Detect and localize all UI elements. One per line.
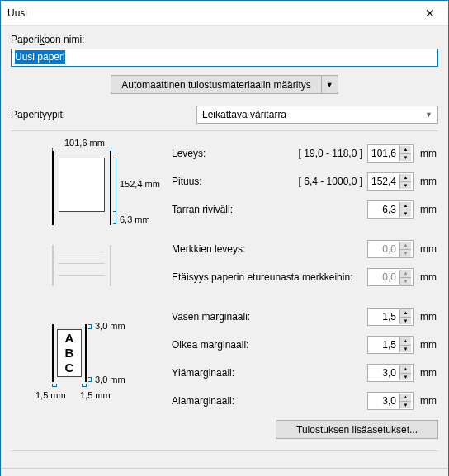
width-input[interactable]: 101,6▲▼ — [367, 144, 414, 163]
label-spacing-input[interactable]: 6,3▲▼ — [367, 200, 414, 219]
top-margin-row: Ylämarginaali: 3,0▲▼ mm — [172, 359, 438, 387]
spin-down-icon[interactable]: ▼ — [399, 210, 411, 217]
left-margin-input[interactable]: 1,5▲▼ — [367, 308, 414, 326]
spin-down-icon[interactable]: ▼ — [399, 317, 411, 324]
paper-type-label: Paperityypit: — [11, 109, 196, 120]
spin-down-icon: ▼ — [399, 277, 411, 285]
right-margin-input[interactable]: 1,5▲▼ — [367, 336, 414, 354]
mark-distance-unit: mm — [414, 271, 438, 283]
diagram-right-margin-label: 1,5 mm — [80, 390, 111, 400]
length-row: Pituus: [ 6,4 - 1000,0 ] 152,4▲▼ mm — [172, 167, 438, 196]
spin-up-icon[interactable]: ▲ — [399, 146, 411, 153]
marks-diagram — [35, 245, 172, 295]
label-spacing-unit: mm — [414, 204, 438, 215]
diagram-height-label: 152,4 mm — [120, 179, 160, 189]
length-label: Pituus: — [172, 176, 299, 187]
auto-material-dropdown[interactable]: ▼ — [322, 75, 338, 94]
length-unit: mm — [414, 176, 438, 187]
paper-diagram: 101,6 mm 152,4 mm 6,3 mm — [35, 139, 172, 230]
mark-distance-label: Etäisyys paperin etureunasta merkkeihin: — [172, 271, 367, 283]
length-input[interactable]: 152,4▲▼ — [367, 172, 414, 191]
paper-name-input[interactable]: Uusi paperi — [11, 49, 438, 67]
bottom-margin-row: Alamarginaali: 3,0▲▼ mm — [172, 387, 438, 415]
paper-type-select[interactable]: Leikattava väritarra ▼ — [196, 106, 438, 124]
chevron-down-icon: ▼ — [425, 111, 432, 119]
width-unit: mm — [414, 148, 438, 159]
spin-up-icon[interactable]: ▲ — [399, 202, 411, 210]
close-button[interactable]: ✕ — [411, 1, 448, 26]
width-range: [ 19,0 - 118,0 ] — [299, 148, 362, 159]
spin-down-icon[interactable]: ▼ — [399, 181, 411, 189]
paper-type-row: Paperityypit: Leikattava väritarra ▼ — [11, 106, 438, 124]
spin-up-icon[interactable]: ▲ — [399, 174, 411, 181]
spin-up-icon[interactable]: ▲ — [399, 309, 411, 317]
left-margin-unit: mm — [414, 311, 438, 323]
label-spacing-label: Tarran riviväli: — [172, 204, 367, 215]
dialog-window: Uusi ✕ Paperikoon nimi: Uusi paperi Auto… — [0, 0, 449, 476]
label-spacing-row: Tarran riviväli: 6,3▲▼ mm — [172, 196, 438, 224]
left-margin-row: Vasen marginaali: 1,5▲▼ mm — [172, 303, 438, 331]
separator — [11, 130, 438, 131]
width-label: Leveys: — [172, 148, 299, 159]
auto-material-row: Automaattinen tulostusmateriaalin määrit… — [11, 75, 438, 94]
paper-name-row: Paperikoon nimi: Uusi paperi — [11, 34, 438, 67]
right-margin-label: Oikea marginaali: — [172, 339, 367, 351]
spin-up-icon[interactable]: ▲ — [399, 394, 411, 401]
length-range: [ 6,4 - 1000,0 ] — [299, 176, 362, 187]
diagram-bottom-margin-label: 3,0 mm — [95, 375, 125, 384]
mark-distance-row: Etäisyys paperin etureunasta merkkeihin:… — [172, 263, 438, 291]
margins-diagram: ABC 3,0 mm 3,0 mm 1,5 mm 1,5 mm — [35, 321, 172, 412]
mark-width-input: 0,0▲▼ — [367, 240, 414, 258]
bottom-margin-label: Alamarginaali: — [172, 395, 367, 407]
paper-type-value: Leikattava väritarra — [202, 109, 286, 120]
right-margin-unit: mm — [414, 339, 438, 351]
main-columns: 101,6 mm 152,4 mm 6,3 mm — [11, 139, 438, 439]
bottom-margin-unit: mm — [414, 395, 438, 407]
paper-name-label: Paperikoon nimi: — [11, 34, 438, 45]
spin-up-icon: ▲ — [399, 270, 411, 277]
titlebar: Uusi ✕ — [1, 1, 448, 26]
print-advanced-button[interactable]: Tulostuksen lisäasetukset... — [276, 420, 438, 439]
spin-down-icon[interactable]: ▼ — [399, 401, 411, 408]
auto-material-button[interactable]: Automaattinen tulostusmateriaalin määrit… — [111, 75, 321, 94]
width-row: Leveys: [ 19,0 - 118,0 ] 101,6▲▼ mm — [172, 139, 438, 167]
spin-up-icon[interactable]: ▲ — [399, 337, 411, 345]
spin-down-icon[interactable]: ▼ — [399, 373, 411, 380]
diagram-top-margin-label: 3,0 mm — [95, 321, 125, 331]
paper-name-value: Uusi paperi — [15, 50, 65, 64]
spin-up-icon: ▲ — [399, 242, 411, 249]
print-advanced-row: Tulostuksen lisäasetukset... — [172, 420, 438, 439]
mark-width-label: Merkkien leveys: — [172, 243, 367, 255]
top-margin-label: Ylämarginaali: — [172, 367, 367, 379]
top-margin-unit: mm — [414, 367, 438, 379]
bottom-margin-input[interactable]: 3,0▲▼ — [367, 392, 414, 410]
right-margin-row: Oikea marginaali: 1,5▲▼ mm — [172, 331, 438, 359]
diagram-gap-label: 6,3 mm — [120, 214, 150, 224]
spin-down-icon[interactable]: ▼ — [399, 345, 411, 352]
left-margin-label: Vasen marginaali: — [172, 311, 367, 323]
diagram-column: 101,6 mm 152,4 mm 6,3 mm — [11, 139, 172, 439]
diagram-width-label: 101,6 mm — [64, 138, 105, 148]
fields-column: Leveys: [ 19,0 - 118,0 ] 101,6▲▼ mm Pitu… — [172, 139, 438, 439]
spin-down-icon: ▼ — [399, 249, 411, 257]
content-area: Paperikoon nimi: Uusi paperi Automaattin… — [1, 26, 448, 468]
mark-distance-input: 0,0▲▼ — [367, 268, 414, 286]
button-bar: Lisää Peruuta — [1, 468, 448, 476]
spin-up-icon[interactable]: ▲ — [399, 365, 411, 373]
mark-width-row: Merkkien leveys: 0,0▲▼ mm — [172, 235, 438, 263]
spin-down-icon[interactable]: ▼ — [399, 153, 411, 161]
mark-width-unit: mm — [414, 243, 438, 255]
diagram-left-margin-label: 1,5 mm — [35, 390, 66, 400]
window-title: Uusi — [7, 7, 27, 19]
separator-bottom — [11, 450, 438, 451]
top-margin-input[interactable]: 3,0▲▼ — [367, 364, 414, 382]
